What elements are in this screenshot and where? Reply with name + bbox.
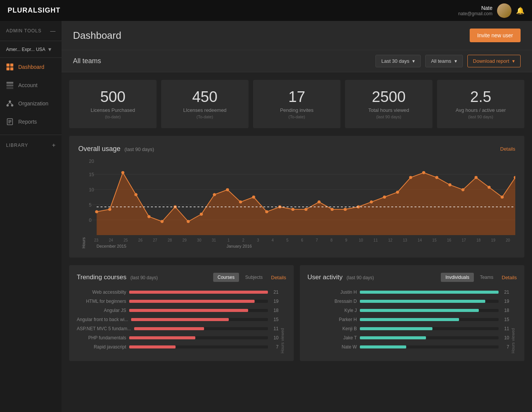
activity-tab-individuals[interactable]: Invdividuals bbox=[441, 273, 474, 282]
avatar[interactable] bbox=[497, 3, 511, 18]
stat-total-hours: 2500 Total hours viewed (last 90 days) bbox=[345, 80, 432, 128]
chart-details-link[interactable]: Details bbox=[500, 146, 515, 152]
user-bar-fill bbox=[360, 300, 485, 303]
activity-bar-row: Kenji B 11 bbox=[307, 326, 509, 331]
stat-sub-hours: (last 90 days) bbox=[353, 115, 425, 119]
svg-rect-4 bbox=[6, 82, 13, 84]
stat-sub-redeemed: (To-date) bbox=[169, 115, 241, 119]
chart-header: Overall usage (last 90 days) Details bbox=[78, 145, 515, 153]
user-name: Justin H bbox=[307, 290, 357, 295]
svg-point-54 bbox=[475, 176, 477, 179]
trending-tab-courses[interactable]: Courses bbox=[213, 273, 239, 282]
library-label: LIBRARY bbox=[6, 143, 28, 148]
svg-point-48 bbox=[396, 191, 399, 194]
library-add-icon[interactable]: + bbox=[52, 142, 55, 149]
svg-point-28 bbox=[135, 193, 137, 196]
top-nav: PLURALSIGHT Nate nate@gmail.com 🔔 bbox=[0, 0, 532, 21]
svg-text:5: 5 bbox=[89, 202, 92, 208]
month-labels: December 2015January 2016 bbox=[89, 242, 515, 248]
svg-point-50 bbox=[422, 171, 425, 174]
sidebar-item-account[interactable]: Account bbox=[0, 76, 62, 94]
course-value: 18 bbox=[271, 308, 279, 313]
stat-licenses-purchased: 500 Licenses Purchased (to-date) bbox=[69, 80, 157, 128]
svg-point-49 bbox=[409, 176, 412, 179]
course-name: ASP.NET MVC 5 fundam... bbox=[77, 326, 131, 331]
svg-text:15: 15 bbox=[89, 172, 94, 177]
sidebar-item-dashboard[interactable]: Dashboard bbox=[0, 58, 62, 76]
svg-point-42 bbox=[318, 200, 320, 203]
activity-tab-teams[interactable]: Teams bbox=[475, 273, 498, 282]
stat-number-licenses: 500 bbox=[77, 89, 149, 104]
svg-point-40 bbox=[291, 208, 294, 211]
svg-point-33 bbox=[200, 213, 203, 216]
stat-sub-avg: (last 90 days) bbox=[445, 115, 517, 119]
trending-courses-header: Trending courses (last 90 days) Courses … bbox=[77, 273, 286, 282]
stat-label-avg: Avg hours / active user bbox=[445, 107, 517, 113]
user-info: Nate nate@gmail.com 🔔 bbox=[458, 3, 524, 18]
region-text: Amer... Expr... USA bbox=[6, 47, 45, 52]
course-name: Angular front to back wi... bbox=[77, 317, 128, 322]
download-report-button[interactable]: Download report ▾ bbox=[467, 55, 521, 67]
stat-label-pending: Pending invites bbox=[261, 107, 333, 113]
course-bar-fill bbox=[134, 327, 204, 330]
user-activity-header: User activity (last 90 days) Invdividual… bbox=[307, 273, 517, 282]
sidebar: ADMIN TOOLS — Amer... Expr... USA ▾ Dash… bbox=[0, 21, 62, 412]
date-filter-dropdown[interactable]: Last 30 days ▾ bbox=[375, 55, 421, 67]
activity-details-link[interactable]: Details bbox=[502, 275, 517, 280]
svg-point-57 bbox=[514, 176, 515, 179]
admin-tools-collapse-icon[interactable]: — bbox=[50, 28, 55, 34]
bottom-row: Trending courses (last 90 days) Courses … bbox=[62, 265, 532, 369]
svg-rect-1 bbox=[10, 64, 13, 67]
region-selector[interactable]: Amer... Expr... USA ▾ bbox=[0, 41, 62, 58]
svg-point-26 bbox=[108, 208, 111, 211]
sidebar-organization-label: Organization bbox=[18, 100, 48, 107]
activity-tab-group: Invdividuals Teams bbox=[441, 273, 498, 282]
user-name: Nate bbox=[458, 5, 492, 11]
course-value: 19 bbox=[271, 299, 279, 304]
svg-point-51 bbox=[435, 176, 438, 179]
svg-rect-6 bbox=[6, 87, 13, 89]
svg-point-9 bbox=[11, 104, 13, 107]
user-bar-track bbox=[360, 309, 499, 312]
teams-title: All teams bbox=[73, 57, 101, 65]
notification-bell-icon[interactable]: 🔔 bbox=[516, 6, 524, 15]
sidebar-item-organization[interactable]: Organization bbox=[0, 94, 62, 113]
trending-period: (last 90 days) bbox=[130, 275, 158, 280]
svg-point-7 bbox=[9, 100, 11, 103]
trending-y-label: Hours viewed bbox=[279, 290, 286, 353]
course-bar-track bbox=[129, 336, 268, 339]
trending-bar-section: Web accessibilty 21 HTML for beginners 1… bbox=[77, 290, 286, 353]
trending-bar-row: ASP.NET MVC 5 fundam... 11 bbox=[77, 326, 279, 331]
teams-bar: All teams Last 30 days ▾ All teams ▾ Dow… bbox=[62, 50, 532, 72]
avatar-image bbox=[497, 3, 511, 18]
user-value: 15 bbox=[502, 317, 509, 322]
stats-row: 500 Licenses Purchased (to-date) 450 LIc… bbox=[62, 72, 532, 136]
trending-tab-subjects[interactable]: Subjects bbox=[241, 273, 267, 282]
svg-rect-5 bbox=[6, 84, 13, 86]
trending-bar-row: PHP fundamentals 10 bbox=[77, 335, 279, 340]
activity-bar-row: Justin H 21 bbox=[307, 290, 509, 295]
course-bar-fill bbox=[129, 336, 195, 339]
trending-details-link[interactable]: Details bbox=[271, 275, 286, 280]
stat-licenses-redeemed: 450 LIcenses redeemed (To-date) bbox=[161, 80, 249, 128]
page-header: Dashboard Invite new user bbox=[62, 21, 532, 50]
svg-rect-3 bbox=[10, 67, 13, 70]
activity-title: User activity bbox=[307, 274, 343, 281]
user-name: Jake T bbox=[307, 335, 357, 340]
usage-chart-section: Overall usage (last 90 days) Details Hou… bbox=[69, 136, 524, 258]
stat-sub-pending: (To-date) bbox=[261, 115, 333, 119]
sidebar-item-reports[interactable]: Reports bbox=[0, 113, 62, 131]
activity-period: (last 90 days) bbox=[347, 275, 374, 280]
svg-text:10: 10 bbox=[89, 187, 94, 192]
user-value: 18 bbox=[502, 308, 509, 313]
svg-point-43 bbox=[331, 208, 333, 211]
course-bar-fill bbox=[129, 291, 268, 294]
svg-point-32 bbox=[187, 220, 190, 223]
invite-new-user-button[interactable]: Invite new user bbox=[470, 29, 521, 42]
library-section: LIBRARY + bbox=[0, 135, 62, 156]
sidebar-account-label: Account bbox=[18, 82, 38, 88]
stat-sub-licenses: (to-date) bbox=[77, 115, 149, 119]
user-bar-track bbox=[360, 300, 499, 303]
team-filter-dropdown[interactable]: All teams ▾ bbox=[425, 55, 462, 67]
stat-number-pending: 17 bbox=[261, 89, 333, 104]
